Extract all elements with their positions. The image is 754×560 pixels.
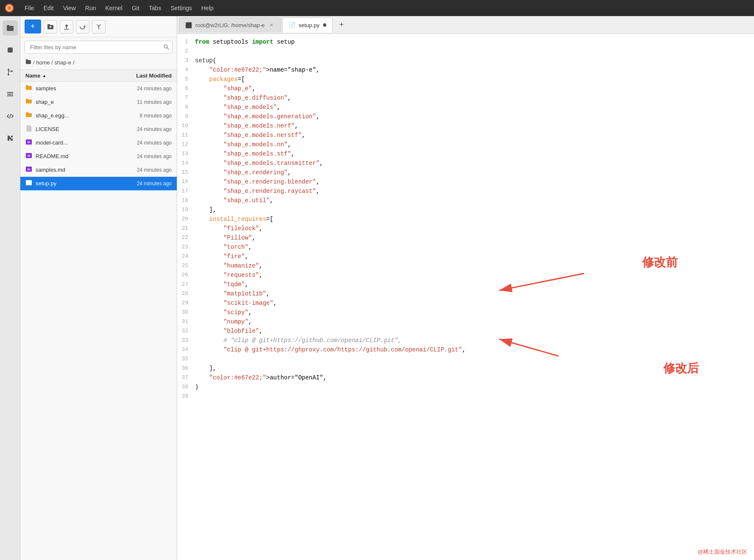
line-number: 11 — [177, 131, 195, 140]
line-content: "color:#e67e22;">name="shap-e", — [195, 65, 751, 75]
file-icon — [25, 98, 32, 106]
plus-icon: + — [31, 22, 35, 31]
file-name: samples — [36, 85, 112, 92]
tab-setup-py[interactable]: 📄 setup.py — [282, 17, 333, 33]
menu-settings[interactable]: Settings — [166, 3, 196, 13]
file-modified: 8 minutes ago — [112, 113, 172, 119]
code-wrapper: 1from setuptools import setup23setup(4 "… — [177, 34, 754, 560]
new-folder-button[interactable] — [44, 20, 57, 33]
code-line: 7 "shap_e.diffusion", — [177, 93, 754, 103]
file-name: shap_e — [36, 99, 112, 105]
file-modified: 24 minutes ago — [112, 140, 172, 146]
file-item[interactable]: shap_e.egg... 8 minutes ago — [20, 109, 177, 123]
svg-rect-6 — [7, 94, 13, 95]
svg-text:M: M — [28, 154, 30, 157]
file-modified: 11 minutes ago — [112, 99, 172, 105]
file-modified: 24 minutes ago — [112, 86, 172, 92]
line-number: 21 — [177, 224, 195, 233]
line-number: 15 — [177, 168, 195, 177]
file-item[interactable]: LICENSE 24 minutes ago — [20, 123, 177, 136]
app-logo — [3, 2, 15, 14]
svg-point-1 — [8, 69, 9, 70]
file-name: setup.py — [36, 180, 112, 187]
line-number: 26 — [177, 270, 195, 280]
file-name: samples.md — [36, 167, 112, 173]
terminal-tab-close[interactable]: ✕ — [268, 22, 275, 28]
line-content: "clip @ git+https://ghproxy.com/https://… — [195, 345, 751, 354]
sidebar-icons — [0, 16, 20, 560]
file-item[interactable]: M model-card... 24 minutes ago — [20, 136, 177, 150]
line-number: 34 — [177, 345, 195, 354]
menu-git[interactable]: Git — [128, 3, 144, 13]
search-box — [25, 41, 173, 54]
code-line: 27 "tqdm", — [177, 280, 754, 289]
svg-text:M: M — [28, 168, 30, 171]
code-line: 33 # "clip @ git+https://github.com/open… — [177, 336, 754, 345]
tab-terminal[interactable]: ⬛ root@w2rLlG: /home/shap-e ✕ — [179, 17, 281, 33]
line-number: 18 — [177, 196, 195, 205]
new-file-button[interactable]: + — [25, 20, 41, 33]
sidebar-git-icon[interactable] — [3, 64, 18, 80]
sidebar-puzzle-icon[interactable] — [3, 131, 18, 146]
file-item[interactable]: shap_e 11 minutes ago — [20, 95, 177, 109]
code-line: 39 — [177, 392, 754, 401]
file-item[interactable]: samples 24 minutes ago — [20, 82, 177, 95]
line-content: # "clip @ git+https://github.com/openai/… — [195, 336, 751, 345]
code-line: 9 "shap_e.models.generation", — [177, 112, 754, 121]
new-tab-button[interactable]: + — [335, 19, 348, 31]
menu-view[interactable]: View — [59, 3, 80, 13]
upload-button[interactable] — [60, 20, 73, 33]
line-number: 32 — [177, 326, 195, 336]
code-line: 22 "Pillow", — [177, 233, 754, 242]
line-number: 14 — [177, 159, 195, 168]
line-number: 17 — [177, 187, 195, 196]
file-item[interactable]: ⚙ setup.py 24 minutes ago — [20, 177, 177, 190]
line-content: "numpy", — [195, 317, 751, 326]
menu-help[interactable]: Help — [197, 3, 218, 13]
code-line: 21 "filelock", — [177, 224, 754, 233]
file-toolbar: + — [20, 16, 177, 37]
sidebar-list-icon[interactable] — [3, 86, 18, 102]
menu-edit[interactable]: Edit — [39, 3, 58, 13]
sort-icon: ▲ — [42, 73, 46, 78]
code-editor[interactable]: 1from setuptools import setup23setup(4 "… — [177, 34, 754, 560]
file-name: README.md — [36, 153, 112, 159]
search-input[interactable] — [25, 41, 173, 54]
code-line: 35 — [177, 354, 754, 364]
line-number: 33 — [177, 336, 195, 345]
line-content: "shap_e.models.transmitter", — [195, 159, 751, 168]
svg-point-13 — [164, 45, 167, 48]
file-item[interactable]: M README.md 24 minutes ago — [20, 150, 177, 163]
svg-rect-5 — [7, 92, 13, 93]
line-content: "shap_e.util", — [195, 196, 751, 205]
menu-tabs[interactable]: Tabs — [145, 3, 166, 13]
line-number: 28 — [177, 289, 195, 298]
refresh-button[interactable] — [76, 20, 89, 33]
line-number: 22 — [177, 233, 195, 242]
line-content: ], — [195, 364, 751, 373]
svg-text:M: M — [28, 141, 30, 144]
line-number: 10 — [177, 121, 195, 131]
sidebar-folder-icon[interactable] — [3, 20, 18, 36]
menu-run[interactable]: Run — [81, 3, 100, 13]
code-line: 28 "matplotlib", — [177, 289, 754, 298]
file-item[interactable]: M samples.md 24 minutes ago — [20, 163, 177, 177]
terminal-tab-icon: ⬛ — [185, 22, 192, 28]
line-number: 24 — [177, 252, 195, 261]
sidebar-stop-icon[interactable] — [3, 42, 18, 58]
file-icon — [25, 111, 32, 120]
line-content: "color:#e67e22;">author="OpenAI", — [195, 373, 751, 382]
svg-rect-11 — [64, 29, 69, 30]
file-list-header: Name ▲ Last Modified — [20, 70, 177, 82]
file-modified: 24 minutes ago — [112, 126, 172, 132]
code-line: 19 ], — [177, 205, 754, 215]
menu-kernel[interactable]: Kernel — [101, 3, 126, 13]
line-content: "shap_e.models.nerstf", — [195, 131, 751, 140]
git-button[interactable] — [92, 20, 106, 33]
line-content: from setuptools import setup — [195, 37, 751, 47]
line-content: "tqdm", — [195, 280, 751, 289]
code-line: 30 "scipy", — [177, 308, 754, 317]
menu-file[interactable]: File — [20, 3, 39, 13]
main-area: + / home / shap-e / — [0, 16, 754, 560]
sidebar-code-icon[interactable] — [3, 109, 18, 124]
